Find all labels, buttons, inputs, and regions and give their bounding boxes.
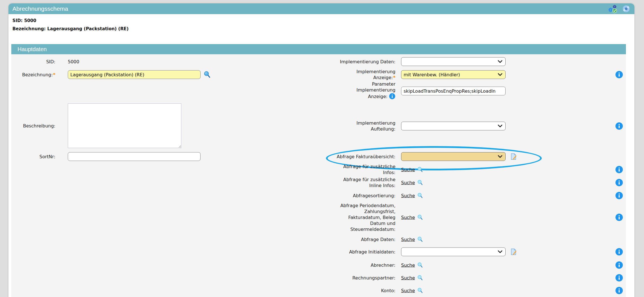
info-icon[interactable] [615,71,623,79]
implementierung-aufteilung-select[interactable] [401,122,506,131]
record-sid: SID: 5000 [12,18,630,23]
bezeichnung-label: Bezeichnung: [22,72,53,77]
search-icon[interactable] [417,288,423,294]
abfrage-initialdaten-select[interactable] [401,248,506,256]
konto-label: Konto: [316,288,395,294]
required-asterisk: * [53,72,55,77]
search-icon[interactable] [417,180,423,186]
gears-check-icon[interactable] [608,4,618,13]
abfrage-fakturauebersicht-label: Abfrage Fakturaübersicht: [316,154,395,160]
info-icon[interactable] [615,213,623,221]
record-bezeichnung: Bezeichnung: Lagerausgang (Packstation) … [12,26,630,31]
search-icon[interactable] [417,262,423,268]
implementierung-daten-label: Implementierung Daten: [316,59,395,65]
hauptdaten-form: SID: 5000 Bezeichnung:* [11,54,626,297]
suche-link-inline-infos[interactable]: Suche [401,180,415,185]
beschreibung-label: Beschreibung: [11,123,55,129]
suche-link-abrechner[interactable]: Suche [401,263,415,268]
abfrage-zusaetzliche-infos-label: Abfrage für zusätzliche Infos: [316,164,395,175]
suche-link-rechnungspartner[interactable]: Suche [401,275,415,281]
info-icon[interactable] [615,248,623,256]
implementierung-anzeige-label: Implementierung Anzeige: [356,69,395,80]
suche-link-konto[interactable]: Suche [401,288,415,293]
beschreibung-textarea[interactable] [68,103,181,148]
section-title: Hauptdaten [11,44,626,54]
suche-link-abfrage-daten[interactable]: Suche [401,237,415,242]
chevron-down-icon [498,154,502,159]
sortnr-input[interactable] [68,152,201,161]
sid-label: SID: [11,59,55,65]
main-panel: Abrechnungsschema [8,3,634,297]
abrechner-label: Abrechner: [316,262,395,268]
search-icon[interactable] [417,167,423,173]
rechnungspartner-label: Rechnungspartner: [316,275,395,281]
abfrage-periodendatum-label: Abfrage Periodendatum, Zahlungsfrist, Fa… [316,203,395,232]
info-icon[interactable] [615,179,623,187]
window-titlebar: Abrechnungsschema [8,3,634,14]
implementierung-anzeige-select[interactable]: mit Warenbew. (Händler) [401,70,506,79]
abfrage-fakturauebersicht-select[interactable] [401,152,506,161]
disc-gear-icon[interactable] [623,5,630,12]
abfragesortierung-label: Abfragesortierung: [316,193,395,199]
edit-document-icon[interactable] [510,248,517,255]
sid-value: 5000 [68,59,79,64]
chevron-down-icon [498,59,502,64]
info-icon[interactable] [615,122,623,130]
search-icon[interactable] [417,214,423,220]
suche-link-abfragesortierung[interactable]: Suche [401,193,415,198]
abfrage-inline-infos-label: Abfrage für zusätzliche Inline Infos: [316,177,395,188]
info-icon[interactable] [615,274,623,282]
search-icon[interactable] [417,275,423,281]
implementierung-aufteilung-label: Implementierung Aufteilung: [316,120,395,132]
info-icon[interactable] [615,166,623,174]
suche-link-periodendatum[interactable]: Suche [401,215,415,220]
abfrage-initialdaten-label: Abfrage Initialdaten: [316,249,395,255]
edit-document-icon[interactable] [510,153,517,160]
chevron-down-icon [498,123,502,129]
required-asterisk: * [393,75,395,80]
page-title: Abrechnungsschema [12,5,68,12]
info-icon[interactable] [615,192,623,200]
parameter-implementierung-anzeige-input[interactable] [401,87,506,96]
search-icon[interactable] [417,237,423,242]
chevron-down-icon [498,72,502,77]
implementierung-daten-select[interactable] [401,57,506,66]
bezeichnung-search-icon[interactable] [203,71,211,79]
hauptdaten-section: Hauptdaten SID: 5000 Bezeichnung:* [11,44,626,297]
search-icon[interactable] [417,193,423,199]
chevron-down-icon [498,249,502,255]
bezeichnung-input[interactable] [68,70,201,79]
sortnr-label: SortNr: [11,154,55,160]
info-icon[interactable] [615,287,623,294]
record-header: SID: 5000 Bezeichnung: Lagerausgang (Pac… [8,14,634,33]
suche-link-zusaetzliche-infos[interactable]: Suche [401,167,415,172]
info-icon[interactable] [389,93,395,101]
abfrage-daten-label: Abfrage Daten: [316,237,395,242]
info-icon[interactable] [615,261,623,269]
